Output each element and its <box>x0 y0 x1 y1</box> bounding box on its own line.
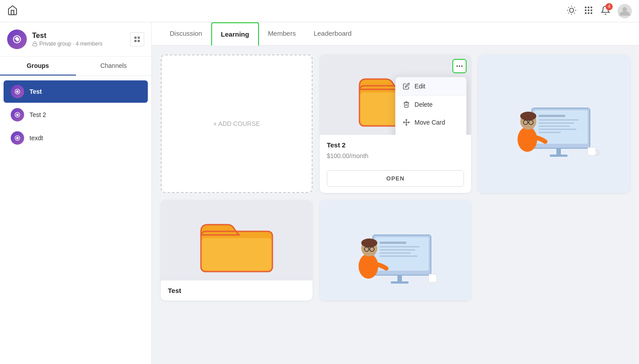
context-move-card-label: Move Card <box>414 119 445 126</box>
move-icon <box>403 119 410 126</box>
course-card-sprint: Sprint Course <box>320 200 472 301</box>
course-card-test-bottom: Test <box>161 200 313 301</box>
group-info: Test Private group · 4 members <box>32 32 125 47</box>
sidebar-toggle-button[interactable] <box>130 32 144 46</box>
home-button[interactable] <box>7 5 18 17</box>
main-layout: Test Private group · 4 members Groups Ch… <box>0 22 639 364</box>
computer-svg <box>505 86 603 162</box>
svg-rect-25 <box>138 40 140 42</box>
context-menu-copy-link[interactable]: Copy Link <box>396 131 466 135</box>
tab-members[interactable]: Members <box>259 22 305 46</box>
svg-point-29 <box>17 114 18 116</box>
notification-button[interactable]: 4 <box>601 5 610 17</box>
tab-learning[interactable]: Learning <box>211 22 259 46</box>
cards-grid-wrapper: + ADD COURSE <box>152 46 639 364</box>
svg-rect-79 <box>429 274 437 282</box>
svg-point-31 <box>17 137 18 139</box>
sidebar-item-icon-test2 <box>11 108 24 121</box>
svg-rect-23 <box>138 37 140 39</box>
svg-rect-12 <box>585 9 587 11</box>
tab-discussion[interactable]: Discussion <box>161 22 211 46</box>
card-title-test2: Test 2 <box>327 141 464 149</box>
svg-point-27 <box>17 91 18 92</box>
svg-rect-15 <box>585 12 587 14</box>
sidebar-item-label-test: Test <box>29 88 42 95</box>
card-price-test2: $100.00/month <box>327 152 464 159</box>
sidebar-tab-groups[interactable]: Groups <box>0 57 76 75</box>
group-name: Test <box>32 32 125 40</box>
notification-badge: 4 <box>606 3 613 10</box>
svg-line-7 <box>568 13 569 13</box>
cards-grid: + ADD COURSE <box>161 54 630 301</box>
grid-apps-icon[interactable] <box>584 5 593 17</box>
card-body-test-bottom: Test <box>161 280 313 301</box>
sidebar-group-header: Test Private group · 4 members <box>0 22 151 57</box>
card-menu-button[interactable] <box>452 59 467 73</box>
sidebar-list: Test Test 2 texdt <box>0 76 151 154</box>
tab-leaderboard[interactable]: Leaderboard <box>305 22 360 46</box>
course-card-test5: Test 5 $150.00/month OPEN <box>478 54 630 193</box>
svg-point-20 <box>16 38 18 40</box>
svg-rect-11 <box>591 6 593 8</box>
svg-rect-16 <box>588 12 589 14</box>
svg-rect-21 <box>33 44 37 46</box>
svg-rect-60 <box>588 147 596 155</box>
context-delete-label: Delete <box>414 101 432 108</box>
sidebar-item-label-test2: Test 2 <box>29 111 46 118</box>
header-left <box>7 5 18 17</box>
card-body-test2: Test 2 $100.00/month <box>320 135 472 166</box>
svg-rect-70 <box>380 255 418 257</box>
svg-rect-14 <box>591 9 593 11</box>
header-right: 4 <box>567 4 632 18</box>
group-meta: Private group · 4 members <box>32 41 125 47</box>
card-image-test2: Edit Delete <box>320 54 472 135</box>
card-open-button-test2[interactable]: OPEN <box>327 170 464 187</box>
svg-line-3 <box>568 7 569 7</box>
course-card-test2: Edit Delete <box>320 54 472 193</box>
svg-point-39 <box>459 66 460 67</box>
content-tabs: Discussion Learning Members Leaderboard <box>152 22 639 46</box>
card-image-test-bottom <box>161 200 313 280</box>
brightness-icon[interactable] <box>567 5 576 17</box>
sidebar-tabs: Groups Channels <box>0 57 151 76</box>
context-menu-move-card[interactable]: Move Card <box>396 113 466 131</box>
add-course-card[interactable]: + ADD COURSE <box>161 54 313 193</box>
folder-svg-2 <box>192 205 281 276</box>
svg-rect-51 <box>539 132 561 133</box>
sidebar: Test Private group · 4 members Groups Ch… <box>0 22 152 364</box>
edit-icon <box>403 83 410 90</box>
context-menu-edit[interactable]: Edit <box>396 77 466 96</box>
sidebar-item-icon-test <box>11 85 24 98</box>
svg-point-75 <box>361 238 377 247</box>
context-menu-delete[interactable]: Delete <box>396 96 466 113</box>
svg-rect-50 <box>539 129 576 130</box>
svg-line-4 <box>574 13 575 13</box>
sidebar-item-label-texdt: texdt <box>29 134 43 142</box>
sidebar-item-texdt[interactable]: texdt <box>4 127 148 149</box>
svg-rect-67 <box>380 246 420 247</box>
svg-rect-22 <box>134 37 137 39</box>
svg-rect-13 <box>588 9 589 11</box>
svg-rect-17 <box>591 12 593 14</box>
svg-rect-52 <box>556 148 561 155</box>
svg-rect-53 <box>550 155 568 157</box>
sidebar-item-icon-texdt <box>11 131 24 145</box>
svg-point-38 <box>457 66 458 67</box>
svg-point-56 <box>520 112 536 121</box>
group-logo <box>7 29 27 49</box>
computer-svg-2 <box>346 213 444 289</box>
sidebar-item-test[interactable]: Test <box>4 80 148 103</box>
svg-rect-72 <box>391 281 409 284</box>
delete-icon <box>403 101 410 108</box>
svg-line-8 <box>574 7 575 7</box>
card-title-test-bottom: Test <box>168 287 305 294</box>
svg-rect-62 <box>201 238 272 272</box>
svg-point-18 <box>622 7 627 12</box>
sidebar-item-test2[interactable]: Test 2 <box>4 104 148 126</box>
svg-rect-69 <box>380 252 411 254</box>
context-edit-label: Edit <box>414 83 425 90</box>
content-area: Discussion Learning Members Leaderboard … <box>152 22 639 364</box>
sidebar-tab-channels[interactable]: Channels <box>76 57 152 75</box>
avatar[interactable] <box>618 4 632 18</box>
svg-rect-48 <box>539 122 574 124</box>
